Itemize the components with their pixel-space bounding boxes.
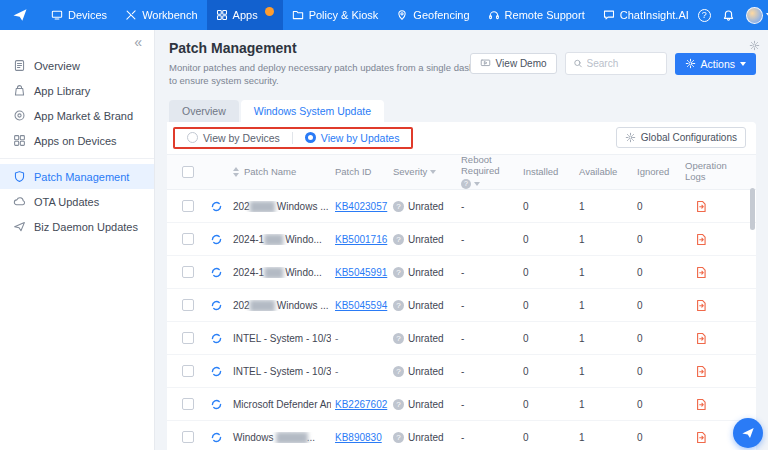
- available-count: 1: [575, 366, 633, 377]
- sidebar-item-label: Overview: [34, 60, 80, 72]
- user-menu[interactable]: [746, 7, 768, 24]
- patch-name-text: Windo...: [282, 234, 321, 245]
- sidebar-item-apps-on-devices[interactable]: Apps on Devices: [0, 128, 154, 153]
- patch-name-cell: 202████ Windows ...: [229, 300, 331, 311]
- reboot-filter-icon[interactable]: [474, 182, 480, 186]
- row-checkbox[interactable]: [182, 266, 194, 278]
- sidebar-item-app-library[interactable]: App Library: [0, 78, 154, 103]
- patch-id-link[interactable]: -: [335, 333, 338, 344]
- nav-item-workbench[interactable]: Workbench: [116, 0, 206, 30]
- nav-item-policy-kiosk[interactable]: Policy & Kiosk: [283, 0, 388, 30]
- row-checkbox[interactable]: [182, 431, 194, 443]
- severity-value: Unrated: [408, 201, 444, 212]
- severity-filter-icon[interactable]: [430, 170, 436, 174]
- tab-overview[interactable]: Overview: [169, 100, 239, 122]
- installed-count: 0: [519, 432, 575, 443]
- sidebar: « Overview App Library App Market & Bran…: [0, 30, 155, 450]
- reboot-help-icon[interactable]: ?: [461, 179, 471, 189]
- severity-unknown-icon: ?: [393, 432, 404, 443]
- view-by-devices-radio[interactable]: View by Devices: [187, 132, 280, 144]
- available-count: 1: [575, 333, 633, 344]
- patch-name-cell: INTEL - System - 10/3...: [229, 366, 331, 377]
- operation-logs-icon[interactable]: [695, 332, 708, 345]
- nav-item-chatinsight[interactable]: ChatInsight.AI: [594, 0, 698, 30]
- sync-patch-icon[interactable]: [210, 299, 223, 312]
- reboot-required-value: -: [457, 399, 519, 410]
- view-by-updates-radio[interactable]: View by Updates: [305, 132, 400, 144]
- operation-logs-icon[interactable]: [695, 365, 708, 378]
- operation-logs-icon[interactable]: [695, 233, 708, 246]
- patch-id-link[interactable]: KB5045594: [335, 300, 387, 311]
- patch-id-link[interactable]: KB5001716: [335, 234, 387, 245]
- search-input[interactable]: [587, 58, 659, 69]
- nav-item-devices[interactable]: Devices: [42, 0, 116, 30]
- view-demo-button[interactable]: View Demo: [470, 53, 557, 74]
- row-checkbox[interactable]: [182, 398, 194, 410]
- sort-icon[interactable]: [233, 167, 239, 177]
- sync-patch-icon[interactable]: [210, 431, 223, 444]
- scrollbar[interactable]: [749, 162, 755, 450]
- actions-button[interactable]: Actions: [675, 53, 756, 75]
- patch-name-redacted: ███: [264, 234, 282, 245]
- sidebar-collapse-button[interactable]: «: [0, 30, 154, 53]
- row-checkbox[interactable]: [182, 233, 194, 245]
- row-checkbox[interactable]: [182, 365, 194, 377]
- sidebar-item-biz-daemon-updates[interactable]: Biz Daemon Updates: [0, 214, 154, 239]
- sidebar-item-app-market-brand[interactable]: App Market & Brand: [0, 103, 154, 128]
- patch-id-link[interactable]: KB5045991: [335, 267, 387, 278]
- operation-logs-icon[interactable]: [695, 200, 708, 213]
- patch-name-cell: 202████ Windows ...: [229, 201, 331, 212]
- sidebar-item-overview[interactable]: Overview: [0, 53, 154, 78]
- sync-patch-icon[interactable]: [210, 200, 223, 213]
- operation-logs-icon[interactable]: [695, 299, 708, 312]
- row-checkbox[interactable]: [182, 299, 194, 311]
- top-navbar: Devices Workbench Apps Policy & Kiosk Ge…: [0, 0, 768, 30]
- nav-item-geofencing[interactable]: Geofencing: [387, 0, 478, 30]
- headset-icon: [488, 9, 500, 21]
- notifications-bell-icon[interactable]: [722, 9, 735, 22]
- table-header: Patch Name Patch ID Severity Reboot Requ…: [167, 154, 756, 191]
- sync-patch-icon[interactable]: [210, 398, 223, 411]
- col-reboot-required: Reboot Required: [461, 155, 515, 177]
- nav-item-remote-support[interactable]: Remote Support: [479, 0, 594, 30]
- reboot-required-value: -: [457, 267, 519, 278]
- sync-patch-icon[interactable]: [210, 365, 223, 378]
- select-all-checkbox[interactable]: [182, 166, 194, 178]
- row-checkbox[interactable]: [182, 200, 194, 212]
- tab-windows-system-update[interactable]: Windows System Update: [241, 100, 384, 122]
- chat-fab-button[interactable]: [733, 418, 763, 448]
- col-patch-name: Patch Name: [244, 167, 296, 178]
- sync-patch-icon[interactable]: [210, 266, 223, 279]
- brand-logo[interactable]: [12, 7, 28, 23]
- send-icon: [13, 220, 26, 233]
- ignored-count: 0: [633, 267, 681, 278]
- installed-count: 0: [519, 366, 575, 377]
- operation-logs-icon[interactable]: [695, 266, 708, 279]
- severity-value: Unrated: [408, 267, 444, 278]
- patch-name-cell: INTEL - System - 10/3...: [229, 333, 331, 344]
- patch-id-link[interactable]: KB4023057: [335, 201, 387, 212]
- patch-name-redacted: ████: [250, 201, 274, 212]
- paper-plane-logo-icon: [12, 7, 28, 23]
- help-icon[interactable]: ?: [698, 9, 711, 22]
- sync-patch-icon[interactable]: [210, 233, 223, 246]
- scrollbar-thumb[interactable]: [750, 188, 755, 230]
- sidebar-item-ota-updates[interactable]: OTA Updates: [0, 189, 154, 214]
- sidebar-item-patch-management[interactable]: Patch Management: [0, 164, 154, 189]
- sync-patch-icon[interactable]: [210, 332, 223, 345]
- severity-value: Unrated: [408, 333, 444, 344]
- global-configurations-button[interactable]: Global Configurations: [616, 127, 746, 148]
- view-by-updates-label: View by Updates: [321, 132, 400, 144]
- severity-unknown-icon: ?: [393, 201, 404, 212]
- patch-id-link[interactable]: KB890830: [335, 432, 382, 443]
- radio-unselected-icon: [187, 132, 198, 143]
- reboot-required-value: -: [457, 333, 519, 344]
- page-header: Patch Management Monitor patches and dep…: [155, 30, 768, 88]
- patch-id-link[interactable]: KB2267602: [335, 399, 387, 410]
- nav-item-apps[interactable]: Apps: [207, 0, 283, 30]
- nav-label: ChatInsight.AI: [620, 9, 689, 21]
- row-checkbox[interactable]: [182, 332, 194, 344]
- patch-id-link[interactable]: -: [335, 366, 338, 377]
- operation-logs-icon[interactable]: [695, 398, 708, 411]
- operation-logs-icon[interactable]: [695, 431, 708, 444]
